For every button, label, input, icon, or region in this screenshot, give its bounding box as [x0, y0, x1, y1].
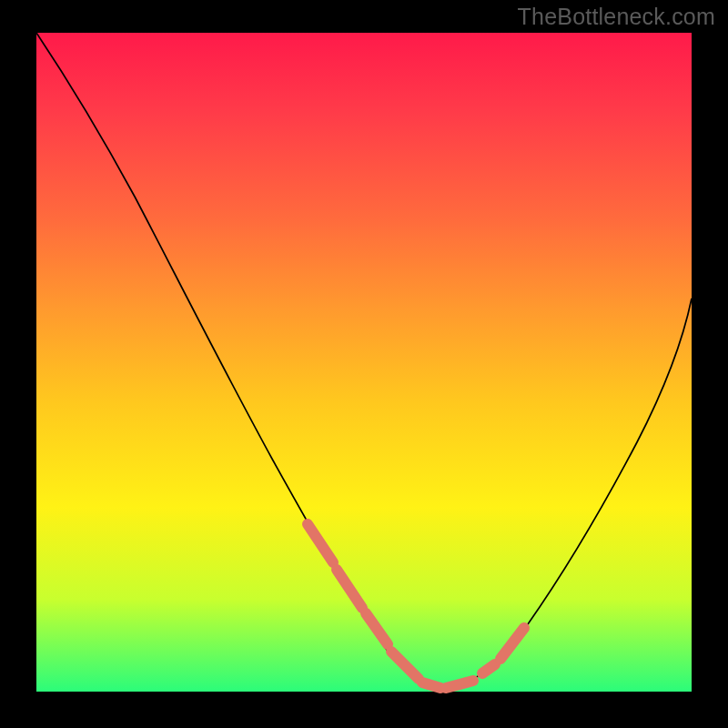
bottleneck-curve: [36, 33, 692, 689]
credit-label: TheBottleneck.com: [518, 5, 715, 28]
highlight-dash-4: [391, 652, 419, 679]
chart-frame: TheBottleneck.com: [0, 0, 728, 728]
plot-area: [36, 33, 692, 692]
highlight-dash-6: [446, 681, 473, 688]
highlight-dash-8: [500, 628, 524, 659]
highlight-dash-5: [422, 682, 440, 688]
highlight-dash-3: [366, 613, 388, 644]
highlight-dash-1: [308, 524, 333, 562]
highlight-dash-2: [337, 570, 362, 608]
highlight-dash-7: [482, 664, 495, 673]
chart-svg: [36, 33, 692, 692]
